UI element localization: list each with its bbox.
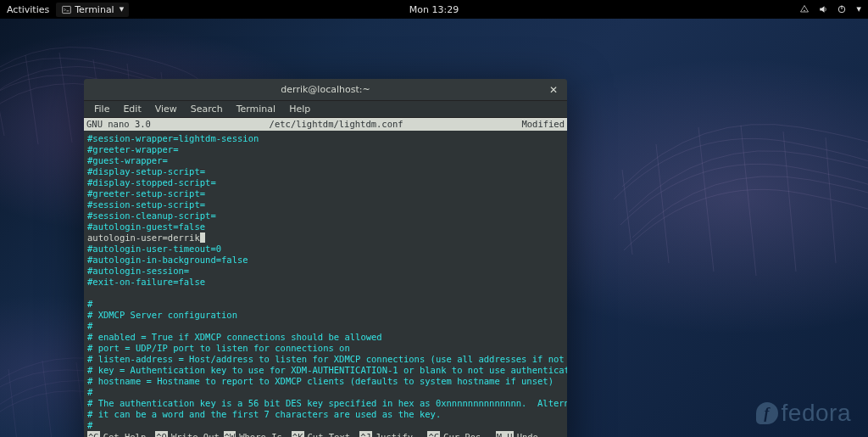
editor-line: #guest-wrapper= xyxy=(87,155,564,166)
editor-line: #autologin-in-background=false xyxy=(87,255,564,266)
editor-line: # xyxy=(87,420,564,431)
shortcut-item: ^JJustify xyxy=(359,431,427,437)
window-titlebar[interactable]: derrik@localhost:~ ✕ xyxy=(84,79,567,101)
shortcut-item: ^CCur Pos xyxy=(427,431,495,437)
menu-help[interactable]: Help xyxy=(282,101,317,117)
svg-point-1 xyxy=(804,10,805,12)
nano-editor-area[interactable]: #session-wrapper=lightdm-session#greeter… xyxy=(84,131,567,431)
shortcut-item: ^WWhere Is xyxy=(224,431,292,437)
editor-line: #display-setup-script= xyxy=(87,166,564,177)
editor-line: # xyxy=(87,299,564,310)
shortcut-item: ^KCut Text xyxy=(292,431,359,437)
editor-line: autologin-user=derrik xyxy=(87,233,564,244)
editor-line: # listen-address = Host/address to liste… xyxy=(87,354,564,365)
editor-line: #autologin-user-timeout=0 xyxy=(87,244,564,255)
editor-line: # it can be a word and the first 7 chara… xyxy=(87,409,564,420)
shortcut-key: ^C xyxy=(427,431,440,437)
shortcut-label: Write Out xyxy=(171,431,220,437)
menu-edit[interactable]: Edit xyxy=(116,101,147,117)
chevron-down-icon: ▼ xyxy=(857,6,861,13)
text-cursor xyxy=(200,233,205,243)
editor-line: # xyxy=(87,387,564,398)
editor-line: # key = Authentication key to use for XD… xyxy=(87,365,564,376)
volume-icon xyxy=(818,4,828,14)
editor-line: # XDMCP Server configuration xyxy=(87,310,564,321)
editor-line: #greeter-wrapper= xyxy=(87,144,564,155)
terminal-icon xyxy=(61,4,71,14)
terminal-menubar: File Edit View Search Terminal Help xyxy=(84,101,567,118)
shortcut-key: ^O xyxy=(155,431,168,437)
menu-search[interactable]: Search xyxy=(184,101,230,117)
svg-rect-0 xyxy=(62,6,70,13)
editor-line: # port = UDP/IP port to listen for conne… xyxy=(87,343,564,354)
shortcut-label: Cut Text xyxy=(308,431,351,437)
network-icon xyxy=(799,4,810,14)
app-name-label: Terminal xyxy=(75,4,114,15)
editor-line: # The authentication key is a 56 bit DES… xyxy=(87,398,564,409)
editor-line: #exit-on-failure=false xyxy=(87,277,564,288)
shortcut-label: Where Is xyxy=(239,431,282,437)
nano-title-bar: GNU nano 3.0 /etc/lightdm/lightdm.conf M… xyxy=(84,118,567,131)
shortcut-key: ^G xyxy=(87,431,100,437)
terminal-window: derrik@localhost:~ ✕ File Edit View Sear… xyxy=(84,79,567,437)
editor-line: #session-cleanup-script= xyxy=(87,210,564,221)
shortcut-item: ^GGet Help xyxy=(87,431,155,437)
nano-shortcut-bar: ^GGet Help^OWrite Out^WWhere Is^KCut Tex… xyxy=(84,431,567,437)
shortcut-key: ^J xyxy=(359,431,372,437)
chevron-down-icon: ▼ xyxy=(120,6,124,13)
nano-filepath: /etc/lightdm/lightdm.conf xyxy=(151,118,522,131)
editor-line: #greeter-setup-script= xyxy=(87,188,564,199)
editor-line: # enabled = True if XDMCP connections sh… xyxy=(87,332,564,343)
editor-line: # hostname = Hostname to report to XDMCP… xyxy=(87,376,564,387)
editor-line: # xyxy=(87,321,564,332)
shortcut-label: Cur Pos xyxy=(443,431,481,437)
editor-line: #display-stopped-script= xyxy=(87,177,564,188)
editor-line: #session-setup-script= xyxy=(87,199,564,210)
shortcut-item: M-UUndo xyxy=(496,431,564,437)
system-tray[interactable]: ▼ xyxy=(799,4,861,14)
activities-button[interactable]: Activities xyxy=(7,4,49,15)
editor-line: #session-wrapper=lightdm-session xyxy=(87,133,564,144)
menu-terminal[interactable]: Terminal xyxy=(230,101,283,117)
shortcut-key: ^W xyxy=(224,431,236,437)
shortcut-label: Get Help xyxy=(103,431,147,437)
shortcut-label: Undo xyxy=(517,431,538,437)
shortcut-key: ^K xyxy=(292,431,304,437)
shortcut-item: ^OWrite Out xyxy=(155,431,223,437)
shortcut-label: Justify xyxy=(376,431,413,437)
power-icon xyxy=(837,4,847,14)
nano-status: Modified xyxy=(521,118,565,131)
fedora-logo-icon: f xyxy=(756,402,778,424)
window-title: derrik@localhost:~ xyxy=(281,84,370,95)
editor-line xyxy=(87,288,564,299)
fedora-watermark: f fedora xyxy=(756,400,851,427)
gnome-top-bar: Activities Terminal ▼ Mon 13:29 ▼ xyxy=(0,0,868,19)
distro-label: fedora xyxy=(782,400,851,427)
current-app-menu[interactable]: Terminal ▼ xyxy=(56,3,129,17)
clock[interactable]: Mon 13:29 xyxy=(409,4,459,15)
menu-file[interactable]: File xyxy=(87,101,116,117)
menu-view[interactable]: View xyxy=(148,101,184,117)
editor-line: #autologin-session= xyxy=(87,266,564,277)
shortcut-key: M-U xyxy=(496,431,514,437)
editor-line: #autologin-guest=false xyxy=(87,221,564,233)
close-button[interactable]: ✕ xyxy=(547,83,560,97)
nano-version: GNU nano 3.0 xyxy=(86,118,151,131)
